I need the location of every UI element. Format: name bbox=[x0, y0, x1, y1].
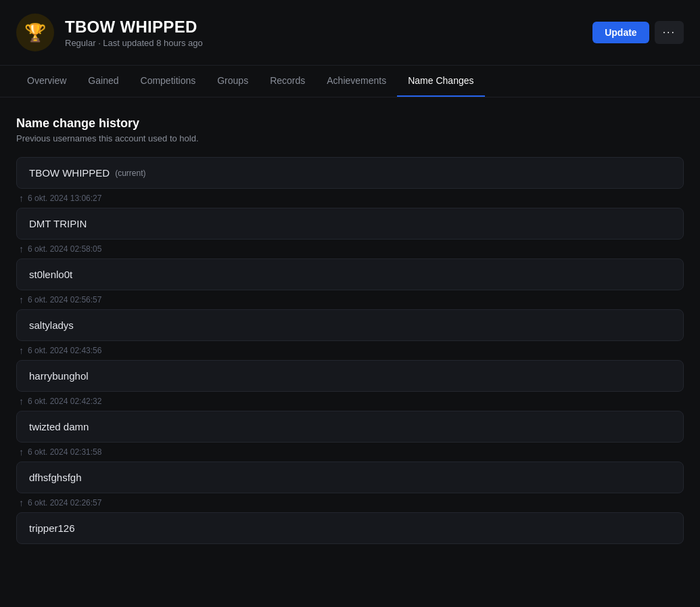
arrow-up-icon: ↑ bbox=[19, 497, 24, 508]
name-card: DMT TRIPIN bbox=[16, 208, 684, 240]
username-label: st0lenlo0t bbox=[29, 269, 72, 280]
nav-item-gained[interactable]: Gained bbox=[77, 66, 129, 97]
navigation: OverviewGainedCompetitionsGroupsRecordsA… bbox=[0, 66, 700, 97]
username-label: twizted damn bbox=[29, 421, 89, 432]
timestamp-row: ↑6 okt. 2024 02:56:57 bbox=[16, 290, 684, 309]
trophy-icon: 🏆 bbox=[24, 22, 46, 43]
arrow-up-icon: ↑ bbox=[19, 447, 24, 457]
name-card: harrybunghol bbox=[16, 360, 684, 392]
profile-meta: Regular · Last updated 8 hours ago bbox=[65, 38, 203, 48]
more-options-button[interactable]: ··· bbox=[655, 21, 684, 44]
section-title: Name change history bbox=[16, 116, 684, 131]
timestamp-label: 6 okt. 2024 02:31:58 bbox=[28, 447, 101, 457]
timestamp-label: 6 okt. 2024 02:26:57 bbox=[28, 498, 101, 508]
username-label: dfhsfghsfgh bbox=[29, 472, 82, 483]
timestamp-row: ↑6 okt. 2024 02:31:58 bbox=[16, 443, 684, 462]
username-label: harrybunghol bbox=[29, 370, 89, 382]
current-badge: (current) bbox=[115, 168, 145, 178]
nav-item-records[interactable]: Records bbox=[259, 66, 316, 97]
timestamp-label: 6 okt. 2024 13:06:27 bbox=[28, 194, 101, 203]
avatar: 🏆 bbox=[16, 14, 54, 51]
nav-item-groups[interactable]: Groups bbox=[206, 66, 259, 97]
name-card: tripper126 bbox=[16, 512, 684, 544]
header-actions: Update ··· bbox=[592, 21, 684, 44]
timestamp-row: ↑6 okt. 2024 02:43:56 bbox=[16, 341, 684, 360]
arrow-up-icon: ↑ bbox=[19, 345, 24, 356]
nav-item-name-changes[interactable]: Name Changes bbox=[397, 66, 484, 97]
nav-item-competitions[interactable]: Competitions bbox=[130, 66, 207, 97]
timestamp-label: 6 okt. 2024 02:58:05 bbox=[28, 244, 101, 254]
profile-info: TBOW WHIPPED Regular · Last updated 8 ho… bbox=[65, 18, 203, 48]
name-card: dfhsfghsfgh bbox=[16, 462, 684, 493]
timestamp-row: ↑6 okt. 2024 13:06:27 bbox=[16, 189, 684, 208]
name-card: st0lenlo0t bbox=[16, 258, 684, 290]
update-button[interactable]: Update bbox=[592, 22, 649, 43]
timestamp-label: 6 okt. 2024 02:43:56 bbox=[28, 346, 101, 355]
profile-name: TBOW WHIPPED bbox=[65, 18, 203, 37]
main-content: Name change history Previous usernames t… bbox=[0, 97, 700, 563]
nav-item-achievements[interactable]: Achievements bbox=[316, 66, 397, 97]
arrow-up-icon: ↑ bbox=[19, 193, 24, 204]
name-card: TBOW WHIPPED(current) bbox=[16, 157, 684, 189]
timestamp-label: 6 okt. 2024 02:56:57 bbox=[28, 295, 101, 305]
name-card: twizted damn bbox=[16, 411, 684, 443]
username-label: saltyladys bbox=[29, 319, 74, 331]
page-header: 🏆 TBOW WHIPPED Regular · Last updated 8 … bbox=[0, 0, 700, 66]
name-card: saltyladys bbox=[16, 309, 684, 341]
arrow-up-icon: ↑ bbox=[19, 396, 24, 407]
nav-item-overview[interactable]: Overview bbox=[16, 66, 77, 97]
arrow-up-icon: ↑ bbox=[19, 244, 24, 254]
username-label: DMT TRIPIN bbox=[29, 218, 87, 229]
timestamp-row: ↑6 okt. 2024 02:58:05 bbox=[16, 240, 684, 258]
username-label: tripper126 bbox=[29, 522, 75, 534]
timestamp-row: ↑6 okt. 2024 02:42:32 bbox=[16, 392, 684, 411]
timestamp-label: 6 okt. 2024 02:42:32 bbox=[28, 397, 101, 406]
arrow-up-icon: ↑ bbox=[19, 294, 24, 305]
section-subtitle: Previous usernames this account used to … bbox=[16, 133, 684, 143]
name-change-list: TBOW WHIPPED(current)↑6 okt. 2024 13:06:… bbox=[16, 157, 684, 544]
username-label: TBOW WHIPPED bbox=[29, 167, 110, 179]
timestamp-row: ↑6 okt. 2024 02:26:57 bbox=[16, 493, 684, 512]
